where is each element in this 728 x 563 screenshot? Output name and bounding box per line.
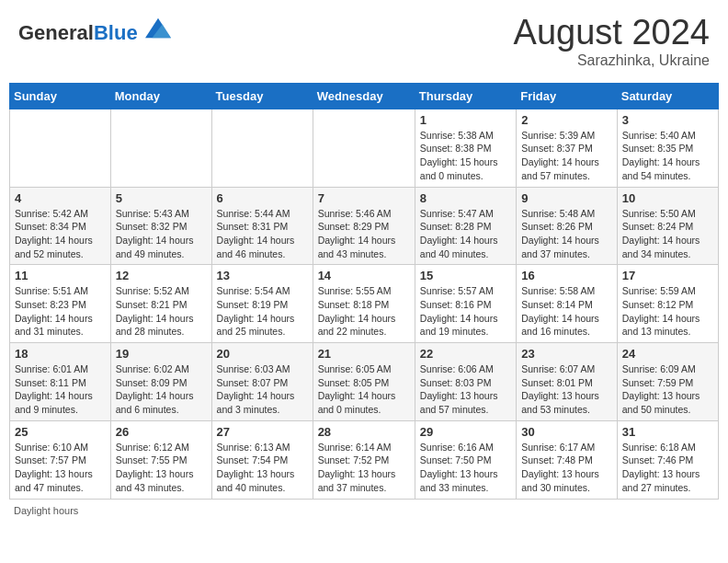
calendar-cell	[10, 109, 111, 187]
calendar-cell: 4Sunrise: 5:42 AMSunset: 8:34 PMDaylight…	[10, 187, 111, 265]
calendar-cell: 10Sunrise: 5:50 AMSunset: 8:24 PMDayligh…	[617, 187, 718, 265]
calendar-cell: 3Sunrise: 5:40 AMSunset: 8:35 PMDaylight…	[617, 109, 718, 187]
logo-icon	[145, 14, 171, 40]
day-number: 23	[521, 347, 612, 361]
month-year: August 2024	[514, 14, 710, 52]
calendar-cell	[211, 109, 313, 187]
day-number: 10	[622, 191, 713, 205]
day-number: 30	[521, 425, 612, 439]
day-info: Sunrise: 6:10 AMSunset: 7:57 PMDaylight:…	[15, 441, 106, 495]
calendar-cell: 14Sunrise: 5:55 AMSunset: 8:18 PMDayligh…	[313, 265, 415, 343]
day-info: Sunrise: 6:09 AMSunset: 7:59 PMDaylight:…	[622, 362, 713, 417]
day-info: Sunrise: 5:47 AMSunset: 8:28 PMDaylight:…	[420, 207, 511, 261]
calendar-cell: 2Sunrise: 5:39 AMSunset: 8:37 PMDaylight…	[517, 109, 618, 187]
weekday-header-row: SundayMondayTuesdayWednesdayThursdayFrid…	[10, 83, 719, 109]
calendar-cell: 24Sunrise: 6:09 AMSunset: 7:59 PMDayligh…	[617, 343, 718, 421]
calendar-cell: 29Sunrise: 6:16 AMSunset: 7:50 PMDayligh…	[415, 420, 516, 499]
day-number: 18	[15, 347, 106, 361]
day-number: 16	[521, 269, 612, 282]
calendar-cell: 18Sunrise: 6:01 AMSunset: 8:11 PMDayligh…	[10, 343, 111, 421]
day-number: 6	[217, 191, 308, 205]
location: Sarazhinka, Ukraine	[514, 52, 710, 69]
day-info: Sunrise: 6:06 AMSunset: 8:03 PMDaylight:…	[420, 362, 511, 417]
calendar-cell	[110, 109, 211, 187]
day-number: 2	[521, 113, 612, 127]
calendar-week-row: 11Sunrise: 5:51 AMSunset: 8:23 PMDayligh…	[10, 265, 719, 343]
logo-general: General	[18, 21, 94, 44]
day-number: 25	[15, 425, 106, 439]
calendar-cell: 31Sunrise: 6:18 AMSunset: 7:46 PMDayligh…	[617, 420, 718, 499]
weekday-header: Friday	[517, 83, 618, 109]
calendar-cell: 20Sunrise: 6:03 AMSunset: 8:07 PMDayligh…	[211, 343, 313, 421]
day-info: Sunrise: 5:58 AMSunset: 8:14 PMDaylight:…	[521, 284, 612, 339]
day-number: 12	[116, 269, 207, 282]
day-number: 13	[217, 269, 308, 282]
day-info: Sunrise: 5:54 AMSunset: 8:19 PMDaylight:…	[217, 284, 308, 339]
day-info: Sunrise: 5:40 AMSunset: 8:35 PMDaylight:…	[622, 129, 713, 183]
calendar-week-row: 1Sunrise: 5:38 AMSunset: 8:38 PMDaylight…	[10, 109, 719, 187]
day-info: Sunrise: 6:03 AMSunset: 8:07 PMDaylight:…	[217, 362, 308, 417]
footer: Daylight hours	[9, 505, 719, 516]
weekday-header: Wednesday	[313, 83, 415, 109]
calendar-cell	[313, 109, 415, 187]
day-info: Sunrise: 6:02 AMSunset: 8:09 PMDaylight:…	[116, 362, 207, 417]
calendar-cell: 13Sunrise: 5:54 AMSunset: 8:19 PMDayligh…	[211, 265, 313, 343]
calendar-cell: 22Sunrise: 6:06 AMSunset: 8:03 PMDayligh…	[415, 343, 516, 421]
calendar-week-row: 4Sunrise: 5:42 AMSunset: 8:34 PMDaylight…	[10, 187, 719, 265]
day-number: 3	[622, 113, 713, 127]
day-number: 27	[217, 425, 308, 439]
day-info: Sunrise: 6:18 AMSunset: 7:46 PMDaylight:…	[622, 441, 713, 495]
day-number: 14	[318, 269, 410, 282]
day-info: Sunrise: 6:17 AMSunset: 7:48 PMDaylight:…	[521, 441, 612, 495]
calendar-cell: 6Sunrise: 5:44 AMSunset: 8:31 PMDaylight…	[211, 187, 313, 265]
day-number: 7	[318, 191, 410, 205]
weekday-header: Sunday	[10, 83, 111, 109]
day-info: Sunrise: 5:51 AMSunset: 8:23 PMDaylight:…	[15, 284, 106, 339]
weekday-header: Thursday	[415, 83, 516, 109]
calendar-week-row: 25Sunrise: 6:10 AMSunset: 7:57 PMDayligh…	[10, 420, 719, 499]
weekday-header: Monday	[110, 83, 211, 109]
day-info: Sunrise: 5:57 AMSunset: 8:16 PMDaylight:…	[420, 284, 511, 339]
day-info: Sunrise: 5:39 AMSunset: 8:37 PMDaylight:…	[521, 129, 612, 183]
day-info: Sunrise: 5:42 AMSunset: 8:34 PMDaylight:…	[15, 207, 106, 261]
day-number: 11	[15, 269, 106, 282]
weekday-header: Saturday	[617, 83, 718, 109]
calendar-cell: 1Sunrise: 5:38 AMSunset: 8:38 PMDaylight…	[415, 109, 516, 187]
calendar-cell: 7Sunrise: 5:46 AMSunset: 8:29 PMDaylight…	[313, 187, 415, 265]
calendar-cell: 9Sunrise: 5:48 AMSunset: 8:26 PMDaylight…	[517, 187, 618, 265]
daylight-hours-label: Daylight hours	[14, 505, 78, 516]
day-number: 26	[116, 425, 207, 439]
day-number: 24	[622, 347, 713, 361]
day-number: 31	[622, 425, 713, 439]
day-info: Sunrise: 6:14 AMSunset: 7:52 PMDaylight:…	[318, 441, 410, 495]
calendar-cell: 16Sunrise: 5:58 AMSunset: 8:14 PMDayligh…	[517, 265, 618, 343]
calendar-cell: 15Sunrise: 5:57 AMSunset: 8:16 PMDayligh…	[415, 265, 516, 343]
day-info: Sunrise: 6:07 AMSunset: 8:01 PMDaylight:…	[521, 362, 612, 417]
calendar-cell: 5Sunrise: 5:43 AMSunset: 8:32 PMDaylight…	[110, 187, 211, 265]
logo: GeneralBlue	[18, 14, 171, 44]
day-info: Sunrise: 5:46 AMSunset: 8:29 PMDaylight:…	[318, 207, 410, 261]
day-info: Sunrise: 6:13 AMSunset: 7:54 PMDaylight:…	[217, 441, 308, 495]
day-number: 28	[318, 425, 410, 439]
day-info: Sunrise: 5:43 AMSunset: 8:32 PMDaylight:…	[116, 207, 207, 261]
day-info: Sunrise: 5:44 AMSunset: 8:31 PMDaylight:…	[217, 207, 308, 261]
calendar-cell: 11Sunrise: 5:51 AMSunset: 8:23 PMDayligh…	[10, 265, 111, 343]
calendar-cell: 26Sunrise: 6:12 AMSunset: 7:55 PMDayligh…	[110, 420, 211, 499]
day-number: 21	[318, 347, 410, 361]
day-info: Sunrise: 6:01 AMSunset: 8:11 PMDaylight:…	[15, 362, 106, 417]
day-info: Sunrise: 5:48 AMSunset: 8:26 PMDaylight:…	[521, 207, 612, 261]
day-number: 4	[15, 191, 106, 205]
day-number: 9	[521, 191, 612, 205]
day-info: Sunrise: 5:52 AMSunset: 8:21 PMDaylight:…	[116, 284, 207, 339]
day-number: 22	[420, 347, 511, 361]
day-number: 19	[116, 347, 207, 361]
day-number: 29	[420, 425, 511, 439]
calendar-cell: 30Sunrise: 6:17 AMSunset: 7:48 PMDayligh…	[517, 420, 618, 499]
day-number: 1	[420, 113, 511, 127]
calendar-week-row: 18Sunrise: 6:01 AMSunset: 8:11 PMDayligh…	[10, 343, 719, 421]
day-info: Sunrise: 6:05 AMSunset: 8:05 PMDaylight:…	[318, 362, 410, 417]
calendar-cell: 23Sunrise: 6:07 AMSunset: 8:01 PMDayligh…	[517, 343, 618, 421]
calendar-table: SundayMondayTuesdayWednesdayThursdayFrid…	[9, 83, 719, 500]
day-number: 8	[420, 191, 511, 205]
day-number: 20	[217, 347, 308, 361]
